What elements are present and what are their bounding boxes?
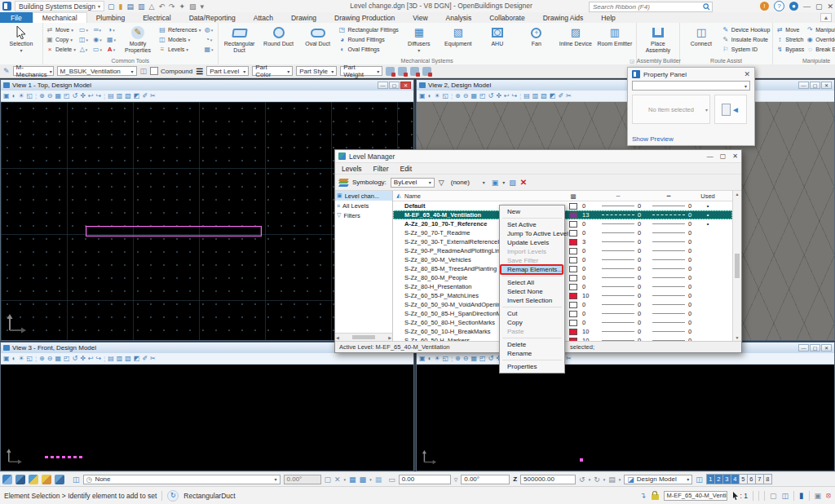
clip-mask-icon[interactable]: ✂ <box>150 92 156 99</box>
compound-toggle[interactable]: Compound <box>150 67 192 75</box>
symbology-select[interactable]: ByLevel▾ <box>391 178 435 188</box>
menu-item-set-active[interactable]: Set Active <box>500 220 564 229</box>
zoom-in-icon[interactable]: ⊕ <box>455 355 461 362</box>
menu-item-properties[interactable]: Properties <box>500 362 564 371</box>
tab-help[interactable]: Help <box>592 12 624 23</box>
rotate-view-icon[interactable]: ↺ <box>488 355 494 362</box>
chevron-down-icon[interactable]: ▾ <box>369 477 372 482</box>
tab-collaborate[interactable]: Collaborate <box>480 12 533 23</box>
rotate-view-icon[interactable]: ↺ <box>488 92 494 99</box>
level-line-style[interactable] <box>602 331 634 332</box>
markup-icon[interactable]: ✐ <box>558 92 563 99</box>
clip-volume-icon[interactable]: ◱ <box>443 355 449 362</box>
minimize-button[interactable]: — <box>707 153 714 160</box>
level-color-swatch[interactable] <box>569 230 577 237</box>
two-views-icon[interactable]: ▥ <box>532 92 539 99</box>
level-line-style[interactable] <box>602 313 634 314</box>
ribbon-button-round-fittings[interactable]: ◕Round Fittings <box>338 35 399 44</box>
level-line-style[interactable] <box>602 250 634 251</box>
two-views-icon[interactable]: ▥ <box>117 355 123 362</box>
accudraw-toggle-icon[interactable] <box>15 475 25 484</box>
ribbon-button-diffusers[interactable]: ▦Diffusers▾ <box>400 24 438 55</box>
menu-edit[interactable]: Edit <box>400 165 412 173</box>
name-column-header[interactable]: Name <box>404 192 564 200</box>
render-mode-icon[interactable]: ◩ <box>134 92 140 99</box>
menu-levels[interactable]: Levels <box>342 165 362 173</box>
view-attributes-icon[interactable]: ▣ <box>3 355 10 362</box>
render-mode-icon[interactable]: ◩ <box>550 92 556 99</box>
ribbon-button-stretch[interactable]: ↕Stretch <box>775 35 804 44</box>
more-icon[interactable]: ▾ <box>201 2 205 11</box>
scroll-down-icon[interactable]: ▼ <box>736 335 740 340</box>
active-settings-select[interactable]: ◷ None ▾ <box>83 475 281 484</box>
duct-element-dot[interactable] <box>580 458 583 462</box>
scrollbar-thumb[interactable] <box>735 254 740 278</box>
render-mode-icon[interactable]: ◩ <box>134 355 140 362</box>
view-toggle-2[interactable]: 2 <box>715 475 723 484</box>
zoom-in-icon[interactable]: ⊕ <box>39 355 45 362</box>
compound-checkbox[interactable] <box>150 67 158 75</box>
tab-mechanical[interactable]: Mechanical <box>33 12 87 23</box>
filter-funnel-icon[interactable]: ▽ <box>439 179 444 187</box>
close-button[interactable]: ✕ <box>821 344 832 351</box>
tab-drawing-production[interactable]: Drawing Production <box>325 12 404 23</box>
ribbon-button-bypass[interactable]: ↯Bypass <box>775 45 804 54</box>
level-line-weight[interactable] <box>652 277 685 278</box>
ribbon-button-place-assembly[interactable]: Place Assembly <box>639 24 677 54</box>
ribbon-button-delete[interactable]: ×Delete▾ <box>46 45 76 54</box>
ribbon-button-selection[interactable]: Selection▾ <box>2 24 40 55</box>
clip-volume-icon[interactable]: ◱ <box>27 92 33 99</box>
pan-view-icon[interactable]: ✜ <box>80 355 86 362</box>
delete-level-icon[interactable]: ✕ <box>520 178 527 187</box>
fit-view-icon[interactable]: ◰ <box>64 92 70 99</box>
adjust-brightness-icon[interactable]: ☀ <box>18 355 24 362</box>
level-color-swatch[interactable] <box>569 293 577 299</box>
close-icon[interactable]: ✕ <box>744 70 750 78</box>
ribbon-button-device-hookup[interactable]: ✎Device Hookup <box>722 25 770 34</box>
level-line-style[interactable] <box>602 277 634 278</box>
used-column-header[interactable]: Used <box>700 192 716 200</box>
tab-electrical[interactable]: Electrical <box>134 12 179 23</box>
view-toggle-4[interactable]: 4 <box>731 475 740 484</box>
small-tool-icon[interactable]: △▾ <box>77 45 90 54</box>
view-previous-icon[interactable]: ↩ <box>504 92 510 99</box>
account-avatar[interactable]: ● <box>789 2 798 11</box>
snap-mode-icon[interactable] <box>29 475 38 484</box>
copy-view-icon[interactable]: ▤ <box>524 92 530 99</box>
level-line-weight[interactable] <box>652 223 685 224</box>
style-lock-icon[interactable] <box>410 67 419 76</box>
error-indicator-icon[interactable]: ⦻ <box>826 491 831 500</box>
small-tool-icon[interactable]: ▭▾ <box>91 45 104 54</box>
ribbon-button-ahu[interactable]: AHU <box>479 24 516 48</box>
level-line-weight[interactable] <box>652 206 685 206</box>
ribbon-button-connect[interactable]: ◫Connect <box>683 24 720 48</box>
small-tool-icon[interactable]: A▾ <box>105 45 117 54</box>
window-area-icon[interactable]: ▦ <box>55 92 61 99</box>
cached-visible-edges-icon[interactable]: ◫ <box>782 492 789 500</box>
level-color-swatch[interactable] <box>569 329 577 335</box>
clip-volume-icon[interactable]: ◱ <box>27 355 33 362</box>
level-line-style[interactable] <box>602 268 634 269</box>
small-tool-icon[interactable]: ▦▾ <box>203 45 215 54</box>
ribbon-button-insulate-route[interactable]: ✎Insulate Route <box>722 35 770 44</box>
tab-data-reporting[interactable]: Data/Reporting <box>180 12 245 23</box>
isometric-grid-icon[interactable]: ▦ <box>375 475 382 484</box>
import-levels-icon[interactable]: ▣ <box>492 179 499 187</box>
zoom-in-icon[interactable]: ⊕ <box>39 92 45 99</box>
level-color-swatch[interactable] <box>569 203 577 210</box>
view-4-content[interactable] <box>417 365 834 471</box>
level-line-weight[interactable] <box>652 304 685 305</box>
window-area-icon[interactable]: ▦ <box>55 355 61 362</box>
window-tile-icon[interactable]: ▧ <box>125 355 131 362</box>
menu-item-jump-to-active-level[interactable]: Jump To Active Level <box>500 229 564 238</box>
save-icon[interactable]: ▤ <box>127 2 135 11</box>
pin-icon[interactable]: ✦ <box>179 2 186 11</box>
tree-horizontal-scrollbar[interactable]: ◀ ▶ <box>335 333 392 341</box>
preferences-icon[interactable]: ▢ <box>108 2 115 11</box>
two-views-icon[interactable]: ▥ <box>117 92 123 99</box>
part-color-select[interactable]: Part Color▾ <box>252 66 293 76</box>
scroll-up-icon[interactable]: ▲ <box>736 192 740 197</box>
view-1-title-bar[interactable]: View 1 - Top, Design Model — ▢ ✕ <box>1 80 413 91</box>
active-level-field[interactable]: M-EF_65_40-M_Ventilation <box>664 491 727 501</box>
running-coordinates-icon[interactable] <box>55 475 64 484</box>
